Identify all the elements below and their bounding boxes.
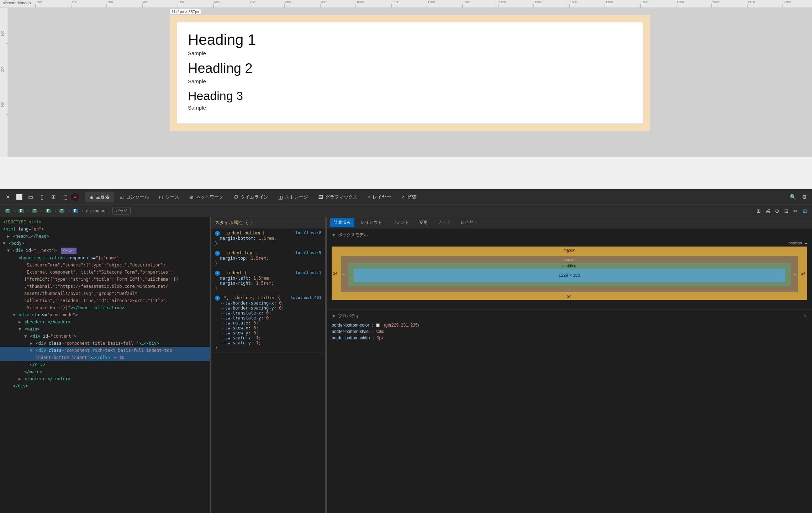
devtools-panel: ✕ ⬜ ▭ ▯ ⊞ ⬚ ● ⊞ 品要素 ⊡ コンソール ◻ ソース ⊕ ネットワ… (0, 189, 812, 513)
border-right-val: – (794, 272, 796, 276)
css-source-4[interactable]: localhost:401 (291, 295, 321, 300)
ruler-left: 100 200 300 (0, 8, 8, 157)
box-model-title: ▼ ボックスモデル (332, 232, 807, 238)
page-heading-1: Heading 1 (188, 31, 632, 49)
size-label: 1141px × 357px (170, 9, 201, 14)
properties-section: ▼ プロパティ ✎ border-bottom-color : rgb(229,… (327, 310, 812, 345)
svg-rect-45 (0, 8, 8, 157)
search-button[interactable]: 🔍 (788, 192, 798, 202)
html-line: <html lang="en"> (0, 226, 210, 233)
timeline-icon: ⏱ (233, 194, 238, 200)
bc-item-1[interactable]: E (3, 208, 14, 213)
tab-audit-label: 監査 (407, 194, 417, 200)
tab-sources[interactable]: ◻ ソース (155, 192, 184, 202)
html-line: "External component","title":"Sitecore F… (0, 269, 210, 276)
page-sample-2: Sample (188, 78, 632, 84)
html-line: <!DOCTYPE html> (0, 218, 210, 226)
props-collapse-arrow[interactable]: ▼ (332, 314, 336, 319)
content-box: 1229 × 180 (354, 269, 785, 282)
border-box: border – – – – padding – – – – (341, 256, 798, 292)
svg-text:300: 300 (107, 0, 113, 4)
elements-icon: ⊞ (89, 194, 94, 200)
svg-text:1000: 1000 (357, 0, 364, 4)
prop-value-2: solid (375, 329, 384, 334)
undock-button[interactable]: ⬜ (14, 192, 24, 202)
toolbar-separator-1 (82, 194, 82, 201)
devtools-toolbar: ✕ ⬜ ▭ ▯ ⊞ ⬚ ● ⊞ 品要素 ⊡ コンソール ◻ ソース ⊕ ネットワ… (0, 189, 812, 205)
tab-layers-label: レイヤー (373, 194, 391, 200)
margin-left-val: 24 (333, 271, 337, 275)
bc-item-6[interactable]: E (70, 208, 81, 213)
inspector-button[interactable]: ⬚ (60, 192, 70, 202)
bc-grid2-icon-btn[interactable]: ⊡ (782, 207, 791, 215)
html-line: {"formId":{"type":"string","title":"Form… (0, 276, 210, 283)
css-source-3[interactable]: localhost:1 (295, 270, 321, 275)
css-source[interactable]: localhost:8 (295, 231, 321, 235)
position-value: – (805, 241, 807, 245)
bc-badge-button[interactable]: バッジ (112, 207, 131, 215)
tab-nodes[interactable]: ノード (434, 218, 454, 227)
settings-button[interactable]: ⚙ (799, 192, 809, 202)
margin-bottom-val: 24 (567, 294, 571, 298)
bc-dots-icon-btn[interactable]: ⊙ (773, 207, 781, 215)
tab-layers[interactable]: ≡ レイヤー (363, 192, 395, 202)
bc-grid-icon-btn[interactable]: ⊞ (754, 207, 763, 215)
tab-layer[interactable]: レイヤー (457, 218, 481, 227)
bc-expand-icon-btn[interactable]: ⊟ (801, 207, 809, 215)
toolbar-right: 🔍 ⚙ (788, 192, 809, 202)
prop-value-1: rgb(229, 231, 235) (384, 323, 419, 328)
audit-icon: ✓ (401, 194, 405, 200)
html-line: ▼ <body> (0, 240, 210, 247)
tab-timeline[interactable]: ⏱ タイムライン (229, 192, 273, 202)
tab-layout[interactable]: レイアウト (357, 218, 386, 227)
svg-text:300: 300 (1, 102, 4, 107)
props-edit-icon[interactable]: ✎ (803, 314, 807, 319)
panel-html[interactable]: <!DOCTYPE html> <html lang="en"> ▶ <head… (0, 217, 210, 513)
color-swatch-1[interactable] (376, 323, 380, 327)
html-line: ▶ <head>…</head> (0, 233, 210, 240)
tab-sources-label: ソース (165, 194, 179, 200)
bc-item-3[interactable]: E (30, 208, 41, 213)
error-badge-button[interactable]: ● (71, 193, 79, 201)
bc-item-4[interactable]: E (43, 208, 54, 213)
css-source-2[interactable]: localhost:5 (295, 250, 321, 255)
border-left-val: – (342, 272, 344, 276)
padding-right-val: – (787, 273, 789, 277)
tab-storage[interactable]: ◫ ストレージ (274, 192, 312, 202)
tab-audit[interactable]: ✓ 監査 (397, 192, 421, 202)
html-line: </div> (0, 361, 210, 368)
device-toggle-button[interactable]: ⊞ (48, 192, 58, 202)
bc-item-2[interactable]: E (16, 208, 27, 213)
properties-title: ▼ プロパティ ✎ (332, 313, 807, 319)
tab-computed[interactable]: 計算済み (330, 218, 354, 227)
tab-fonts[interactable]: フォント (389, 218, 413, 227)
panel-css[interactable]: スタイル属性 { } i .indent-bottom { localhost:… (211, 217, 325, 513)
tab-changes[interactable]: 変更 (416, 218, 431, 227)
dock-bottom-button[interactable]: ▭ (26, 192, 36, 202)
tab-network[interactable]: ⊕ ネットワーク (185, 192, 228, 202)
html-line-selected[interactable]: ▼ <div class="component rich-text basis-… (0, 347, 210, 354)
tab-elements[interactable]: ⊞ 品要素 (85, 192, 114, 202)
padding-bottom-val: – (568, 281, 570, 286)
bc-item-5[interactable]: E (57, 208, 68, 213)
tab-console[interactable]: ⊡ コンソール (115, 192, 153, 202)
border-top-val: – (568, 258, 570, 262)
prop-row-3: border-bottom-width : 0px (332, 335, 807, 341)
svg-text:1400: 1400 (499, 0, 506, 4)
margin-box: margin 24 24 24 24 border – – – – (332, 247, 807, 300)
html-line-selected-2[interactable]: indent-bottom indent">…</div> = $0 (0, 354, 210, 361)
bc-pencil-icon-btn[interactable]: ✏ (791, 207, 800, 215)
panel-right: 計算済み レイアウト フォント 変更 ノード レイヤー ▼ ボックスモデル po… (327, 217, 812, 513)
dock-side-button[interactable]: ▯ (37, 192, 47, 202)
html-line: ,"thumbnail":"https://feaasstatic.blob.c… (0, 283, 210, 290)
bm-collapse-arrow[interactable]: ▼ (332, 233, 336, 238)
css-info-icon-4: i (215, 296, 220, 301)
close-devtools-button[interactable]: ✕ (3, 192, 13, 202)
css-rule-indent-top: i .indent-top { localhost:5 margin-top: … (211, 248, 325, 268)
prop-value-3: 0px (377, 335, 384, 340)
svg-text:200: 200 (1, 67, 4, 72)
layers-icon: ≡ (368, 194, 370, 200)
prop-key-3: border-bottom-width (332, 335, 370, 340)
bc-print-icon-btn[interactable]: 🖨 (764, 207, 772, 215)
tab-graphics[interactable]: 🖼 グラフィックス (314, 192, 362, 202)
